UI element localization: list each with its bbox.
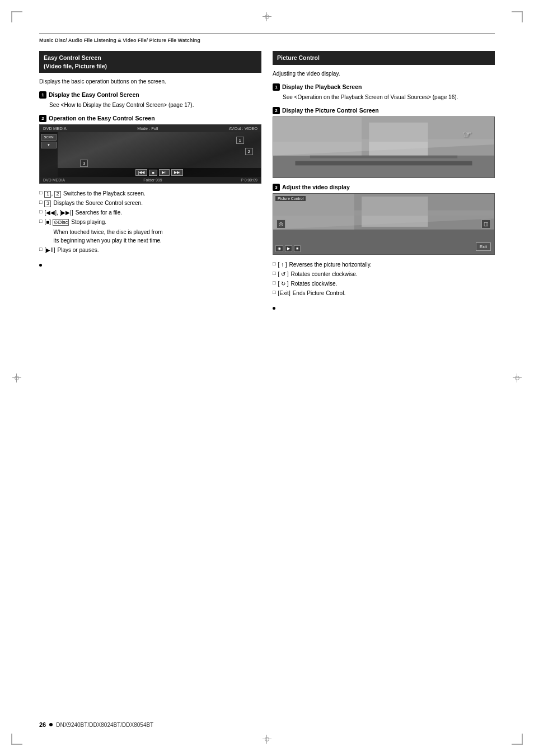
footer-model: DNX9240BT/DDX8024BT/DDX8054BT: [56, 722, 153, 728]
bullet-item-4: □ When touched twice, the disc is played…: [39, 228, 261, 245]
right-control-icons: ◫: [481, 220, 491, 228]
right-step-1-content: See <Operation on the Playback Screen of…: [273, 93, 495, 101]
bullet-item-3: □ [■] ⊙Disc Stops playing.: [39, 218, 261, 227]
right-bullet-text-3: Ends Picture Control.: [293, 289, 346, 297]
right-bullet-key-2: [ ↻ ]: [278, 279, 288, 288]
vf-bottom-bar: DVD MEDIA Folder 999 P 0:00:09: [40, 177, 261, 183]
right-step-2-title: 2 Display the Picture Control Screen: [273, 107, 495, 114]
right-step-2-block: 2 Display the Picture Control Screen: [273, 107, 495, 178]
bullet-subtext-4: When touched twice, the disc is played f…: [44, 228, 162, 245]
step-2-title: 2 Operation on the Easy Control Screen: [39, 115, 261, 122]
next-button[interactable]: ▶▶|: [171, 169, 184, 176]
right-step-1-block: 1 Display the Playback Screen See <Opera…: [273, 83, 495, 101]
step-2-label: Operation on the Easy Control Screen: [49, 115, 155, 122]
page-header: Music Disc/ Audio File Listening & Video…: [39, 34, 495, 43]
bullet-item-1: □ 3 Displays the Source Control screen.: [39, 199, 261, 207]
exit-button[interactable]: Exit: [476, 242, 491, 251]
bullet-item-5: □ [▶II] Plays or pauses.: [39, 246, 261, 254]
easy-control-intro: Displays the basic operation buttons on …: [39, 77, 261, 86]
vf-top-bar: DVD MEDIA Mode : Full AVOut : VIDEO: [40, 125, 261, 132]
prev-button[interactable]: |◀◀: [135, 169, 148, 176]
easy-control-heading: Easy Control Screen (Video file, Picture…: [39, 51, 261, 73]
stop-button[interactable]: ■: [149, 170, 157, 176]
cursor-icon: ☞: [463, 128, 472, 141]
right-bullet-key-0: [ ↑ ]: [278, 260, 287, 269]
bottom-controls: ◉ ▶ ■: [275, 245, 301, 252]
right-step-1-num: 1: [273, 83, 280, 91]
right-step-1-label: Display the Playback Screen: [282, 83, 362, 90]
vf-scene: SCRN ▼ 1 2 3 |◀◀ ■: [40, 132, 261, 177]
right-bullet-0: □ [ ↑ ] Reverses the picture horizontall…: [273, 260, 495, 269]
bullet-item-2: □ [◀◀], [▶▶|] Searches for a file.: [39, 208, 261, 217]
right-bullet-key-1: [ ↺ ]: [278, 270, 288, 278]
step-1-title: 1 Display the Easy Control Screen: [39, 91, 261, 99]
bullet-key-2: [◀◀], [▶▶|]: [44, 208, 73, 217]
vf-sidebar: SCRN ▼: [40, 132, 58, 177]
brightness-icon[interactable]: ◎: [277, 220, 285, 228]
svg-rect-8: [273, 117, 494, 142]
bullet-item-0: □ 1, 2 Switches to the Playback screen.: [39, 189, 261, 198]
bullet-text-3: Stops playing.: [71, 218, 106, 226]
right-step-3-num: 3: [273, 184, 280, 191]
page-footer: 26 DNX9240BT/DDX8024BT/DDX8054BT: [39, 721, 495, 728]
picture-control-intro: Adjusting the video display.: [273, 69, 495, 78]
right-step-3-block: 3 Adjust the video display Picture Contr: [273, 184, 495, 255]
svg-rect-7: [296, 161, 472, 165]
right-step-2-label: Display the Picture Control Screen: [282, 107, 379, 114]
right-bullet-text-1: Rotates counter clockwise.: [291, 270, 358, 278]
right-bullet-list: □ [ ↑ ] Reverses the picture horizontall…: [273, 260, 495, 297]
overlay-num-3: 3: [80, 160, 88, 167]
right-step-2-num: 2: [273, 107, 280, 114]
bullet-text-5: Plays or pauses.: [58, 246, 99, 254]
svg-rect-6: [310, 155, 457, 158]
bullet-key-3: [■] ⊙Disc: [44, 218, 69, 227]
right-bullet-3: □ [Exit] Ends Picture Control.: [273, 289, 495, 297]
footer-bullet-dot: [49, 723, 53, 726]
bullet-key-0: 1, 2: [44, 189, 61, 198]
video-screen: DVD MEDIA Mode : Full AVOut : VIDEO SCRN…: [39, 124, 261, 184]
control-btn-3[interactable]: ■: [294, 245, 301, 252]
step-1-block: 1 Display the Easy Control Screen See <H…: [39, 91, 261, 109]
playback-screen-image: ☞: [273, 116, 495, 178]
scrn-button[interactable]: SCRN: [41, 134, 57, 141]
step-1-num: 1: [39, 91, 46, 99]
step-1-label: Display the Easy Control Screen: [49, 91, 139, 98]
bullet-key-1: 3: [44, 199, 51, 207]
bullet-list: □ 1, 2 Switches to the Playback screen. …: [39, 189, 261, 254]
step-2-num: 2: [39, 115, 46, 122]
right-column: Picture Control Adjusting the video disp…: [273, 51, 495, 310]
overlay-num-1: 1: [236, 137, 244, 144]
page-number: 26: [39, 721, 46, 728]
page-header-text: Music Disc/ Audio File Listening & Video…: [39, 38, 200, 43]
right-step-1-title: 1 Display the Playback Screen: [273, 83, 495, 91]
vf-controls: |◀◀ ■ ▶II ▶▶|: [58, 168, 261, 177]
right-bullet-marker: [273, 304, 495, 310]
bullet-text-2: Searches for a file.: [76, 208, 122, 217]
right-bullet-1: □ [ ↺ ] Rotates counter clockwise.: [273, 270, 495, 278]
control-btn-2[interactable]: ▶: [285, 245, 292, 252]
left-control-icons: ◎: [277, 220, 285, 228]
contrast-icon[interactable]: ◫: [481, 220, 491, 228]
svg-rect-15: [273, 194, 494, 216]
bullet-text-0: Switches to the Playback screen.: [63, 189, 146, 198]
picture-control-heading: Picture Control: [273, 51, 495, 65]
picture-control-label: Picture Control: [275, 196, 306, 201]
picture-control-image: Picture Control ◎ ◫ ◉ ▶ ■ Exit: [273, 193, 495, 255]
play-pause-button[interactable]: ▶II: [159, 169, 170, 176]
main-content: Easy Control Screen (Video file, Picture…: [39, 51, 495, 310]
step-2-block: 2 Operation on the Easy Control Screen D…: [39, 115, 261, 184]
left-bullet-marker: [39, 261, 261, 267]
right-bullet-text-2: Rotates clockwise.: [291, 279, 338, 288]
right-bullet-2: □ [ ↻ ] Rotates clockwise.: [273, 279, 495, 288]
bullet-key-5: [▶II]: [44, 246, 55, 254]
arrow-down-button[interactable]: ▼: [41, 142, 57, 148]
step-1-content: See <How to Display the Easy Control Scr…: [39, 101, 261, 109]
right-bullet-key-3: [Exit]: [278, 289, 290, 297]
right-step-3-title: 3 Adjust the video display: [273, 184, 495, 191]
control-btn-1[interactable]: ◉: [275, 245, 283, 252]
right-step-3-label: Adjust the video display: [282, 184, 350, 190]
left-column: Easy Control Screen (Video file, Picture…: [39, 51, 261, 310]
vf-main: 1 2 3 |◀◀ ■ ▶II ▶▶|: [58, 132, 261, 177]
right-bullet-text-0: Reverses the picture horizontally.: [289, 260, 372, 269]
overlay-num-2: 2: [245, 148, 253, 155]
